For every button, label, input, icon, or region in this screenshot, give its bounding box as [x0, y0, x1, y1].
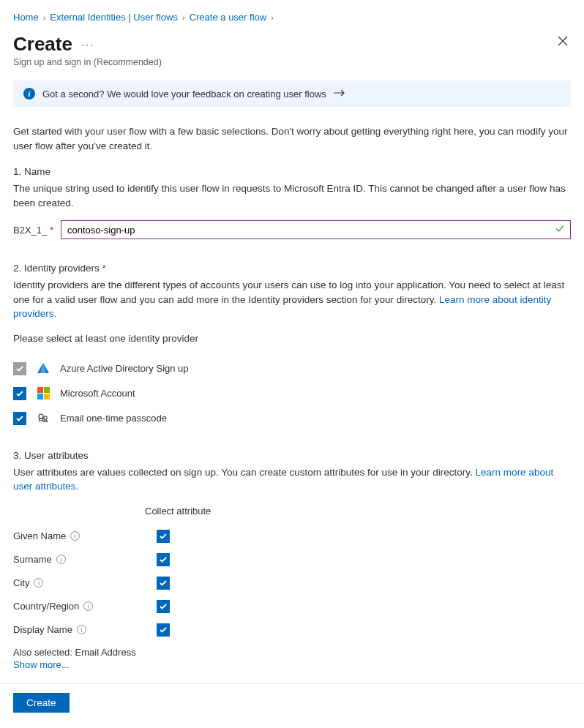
attr-row-country: Country/Region i: [13, 600, 571, 613]
attr-section-desc: User attributes are values collected on …: [13, 465, 571, 494]
attr-row-given-name: Given Name i: [13, 530, 571, 543]
attr-checkbox-country[interactable]: [157, 600, 170, 613]
feedback-banner-text: Got a second? We would love your feedbac…: [42, 89, 326, 100]
info-icon[interactable]: i: [34, 578, 43, 588]
collect-attribute-header: Collect attribute: [145, 506, 571, 517]
svg-point-3: [44, 416, 47, 419]
info-icon[interactable]: i: [56, 555, 66, 564]
required-asterisk: *: [102, 263, 106, 274]
breadcrumb: Home › External Identities | User flows …: [13, 12, 571, 23]
attr-section-heading: 3. User attributes: [13, 450, 571, 461]
close-button[interactable]: [555, 33, 571, 51]
microsoft-logo-icon: [37, 387, 50, 400]
idp-prompt: Please select at least one identity prov…: [13, 331, 571, 346]
attr-row-surname: Surname i: [13, 553, 571, 566]
breadcrumb-home[interactable]: Home: [13, 12, 39, 23]
attr-label-surname: Surname: [13, 554, 52, 565]
chevron-right-icon: ›: [271, 13, 274, 22]
page-subtitle: Sign up and sign in (Recommended): [13, 57, 162, 67]
name-section-heading: 1. Name: [13, 166, 571, 177]
more-actions-button[interactable]: ···: [81, 38, 95, 50]
attr-label-given-name: Given Name: [13, 530, 66, 541]
idp-row-msa: Microsoft Account: [13, 387, 571, 400]
email-otp-icon: [37, 412, 50, 425]
chevron-right-icon: ›: [43, 13, 46, 22]
attr-row-display-name: Display Name i: [13, 623, 571, 637]
attr-label-country: Country/Region: [13, 601, 79, 612]
idp-row-aad: Azure Active Directory Sign up: [13, 362, 571, 375]
close-icon: [558, 36, 568, 46]
breadcrumb-external-identities[interactable]: External Identities | User flows: [50, 12, 178, 23]
attr-checkbox-city[interactable]: [157, 577, 170, 590]
info-icon: i: [23, 88, 35, 100]
create-button[interactable]: Create: [13, 693, 70, 713]
attr-checkbox-given-name[interactable]: [157, 530, 170, 543]
chevron-right-icon: ›: [182, 13, 185, 22]
info-icon[interactable]: i: [83, 601, 93, 611]
required-asterisk: *: [50, 225, 53, 236]
attr-label-display-name: Display Name: [13, 624, 72, 635]
name-prefix-label: B2X_1_ *: [13, 225, 53, 236]
arrow-right-icon: [334, 89, 345, 100]
breadcrumb-create-user-flow[interactable]: Create a user flow: [190, 12, 267, 23]
user-flow-name-input[interactable]: [61, 220, 571, 239]
feedback-banner[interactable]: i Got a second? We would love your feedb…: [13, 80, 571, 107]
intro-text: Get started with your user flow with a f…: [13, 124, 571, 153]
idp-section-heading: 2. Identity providers *: [13, 263, 571, 274]
attr-row-city: City i: [13, 577, 571, 590]
attr-checkbox-surname[interactable]: [157, 553, 170, 566]
idp-checkbox-otp[interactable]: [13, 412, 26, 425]
info-icon[interactable]: i: [70, 531, 80, 541]
attr-checkbox-display-name[interactable]: [157, 623, 170, 637]
idp-label-otp: Email one-time passcode: [60, 413, 167, 424]
idp-label-msa: Microsoft Account: [60, 388, 135, 399]
name-section-desc: The unique string used to identify this …: [13, 181, 571, 210]
idp-section-desc: Identity providers are the different typ…: [13, 278, 571, 321]
info-icon[interactable]: i: [77, 625, 86, 634]
footer: Create: [0, 683, 584, 721]
idp-label-aad: Azure Active Directory Sign up: [60, 363, 189, 374]
idp-row-otp: Email one-time passcode: [13, 412, 571, 425]
idp-checkbox-msa[interactable]: [13, 387, 26, 400]
attr-label-city: City: [13, 577, 29, 588]
aad-icon: [37, 362, 50, 375]
also-selected-text: Also selected: Email Address: [13, 647, 571, 658]
page-title: Create: [13, 33, 72, 56]
idp-checkbox-aad: [13, 362, 26, 375]
show-more-link[interactable]: Show more...: [13, 659, 571, 670]
valid-check-icon: [555, 224, 565, 236]
